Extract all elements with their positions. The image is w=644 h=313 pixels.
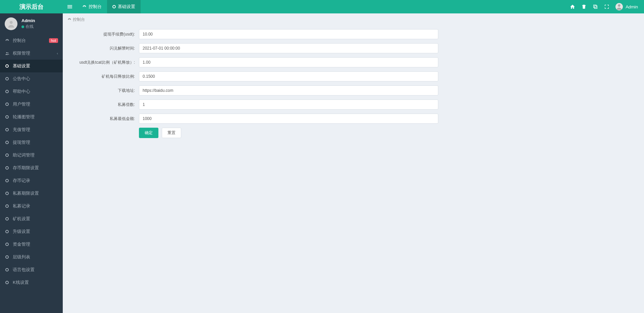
sidebar-item-label: 资金管理: [13, 241, 30, 247]
sidebar-item-label: 充值管理: [13, 127, 30, 133]
sidebar-item-levels[interactable]: 层级列表: [0, 251, 63, 263]
trash-icon[interactable]: [581, 4, 587, 9]
bars-icon: [67, 4, 72, 9]
form-row-withdraw-fee: 提现手续费(usdt):: [67, 29, 639, 39]
sidebar-item-basic-settings[interactable]: 基础设置: [0, 60, 63, 72]
circle-icon: [5, 153, 9, 157]
sidebar-item-private-term[interactable]: 私募期限设置: [0, 187, 63, 200]
top-left-group: 控制台 基础设置: [63, 0, 141, 13]
form-label: 下载地址:: [67, 88, 139, 93]
withdraw-fee-input[interactable]: [139, 29, 438, 39]
sidebar-item-mnemonic[interactable]: 助记词管理: [0, 149, 63, 162]
form-row-download-url: 下载地址:: [67, 85, 639, 96]
reset-button[interactable]: 重置: [162, 128, 181, 138]
svg-rect-3: [594, 6, 597, 8]
sidebar-item-label: 用户管理: [13, 101, 30, 107]
unlock-time-input[interactable]: [139, 43, 438, 53]
user-status: 在线: [21, 24, 35, 29]
logo: 演示后台: [0, 0, 63, 13]
sidebar-item-withdraw[interactable]: 提现管理: [0, 136, 63, 149]
avatar-icon: [615, 3, 623, 10]
avatar-icon: [5, 17, 17, 30]
user-name: Admin: [21, 18, 35, 23]
form-row-release-rate: 矿机每日释放比例:: [67, 71, 639, 81]
hot-badge: hot: [49, 38, 58, 43]
sidebar-item-help[interactable]: 帮助中心: [0, 85, 63, 98]
circle-icon: [112, 4, 116, 9]
form-label: 闪兑解禁时间:: [67, 46, 139, 51]
download-url-input[interactable]: [139, 85, 438, 96]
form-row-private-multiple: 私募倍数:: [67, 100, 639, 110]
sidebar-item-label: 帮助中心: [13, 88, 30, 95]
button-row: 确定 重置: [139, 128, 639, 138]
sidebar-item-label: K线设置: [13, 279, 29, 286]
sidebar-item-label: 公告中心: [13, 76, 30, 82]
sidebar-item-kline[interactable]: K线设置: [0, 276, 63, 289]
topbar: 演示后台 控制台 基础设置: [0, 0, 644, 13]
sidebar-item-recharge[interactable]: 充值管理: [0, 123, 63, 136]
sidebar-item-label: 助记词管理: [13, 152, 35, 158]
form-label: 私募倍数:: [67, 102, 139, 108]
private-multiple-input[interactable]: [139, 100, 438, 110]
circle-icon: [5, 230, 9, 233]
circle-icon: [5, 179, 9, 182]
exchange-rate-input[interactable]: [139, 57, 438, 67]
sidebar-item-permissions[interactable]: 权限管理 ‹: [0, 47, 63, 60]
circle-icon: [5, 77, 9, 80]
form-label: 提现手续费(usdt):: [67, 32, 139, 37]
main-content: 控制台 提现手续费(usdt): 闪兑解禁时间: usdt兑换tcat比例（矿机…: [63, 13, 644, 313]
home-icon[interactable]: [570, 4, 575, 9]
sidebar-item-label: 权限管理: [13, 50, 30, 56]
form-label: 矿机每日释放比例:: [67, 74, 139, 79]
sidebar-item-upgrade[interactable]: 升级设置: [0, 225, 63, 238]
sidebar-item-users[interactable]: 用户管理: [0, 98, 63, 111]
sidebar-item-dashboard[interactable]: 控制台 hot: [0, 34, 63, 47]
chevron-left-icon: ‹: [57, 51, 58, 55]
top-user[interactable]: Admin: [615, 3, 638, 10]
circle-icon: [5, 217, 9, 221]
breadcrumb-text: 控制台: [73, 17, 85, 22]
tab-label: 控制台: [89, 4, 102, 10]
tab-basic-settings[interactable]: 基础设置: [107, 0, 141, 13]
sidebar-item-label: 提现管理: [13, 139, 30, 145]
settings-form: 提现手续费(usdt): 闪兑解禁时间: usdt兑换tcat比例（矿机释放）:…: [63, 26, 644, 148]
sidebar-item-funds[interactable]: 资金管理: [0, 238, 63, 251]
sidebar-item-label: 矿机设置: [13, 216, 30, 222]
release-rate-input[interactable]: [139, 71, 438, 81]
status-dot-icon: [21, 25, 24, 28]
fullscreen-icon[interactable]: [604, 4, 609, 9]
users-icon: [5, 51, 9, 56]
dashboard-icon: [5, 39, 9, 43]
tab-label: 基础设置: [118, 4, 135, 10]
form-row-exchange-rate: usdt兑换tcat比例（矿机释放）:: [67, 57, 639, 67]
sidebar-item-announcements[interactable]: 公告中心: [0, 72, 63, 85]
submit-button[interactable]: 确定: [139, 128, 158, 138]
copy-icon[interactable]: [593, 4, 598, 9]
sidebar-item-label: 语言包设置: [13, 267, 35, 273]
form-label: 私募最低金额:: [67, 116, 139, 122]
sidebar-item-language[interactable]: 语言包设置: [0, 263, 63, 276]
svg-point-7: [6, 52, 7, 53]
sidebar-item-deposit-term[interactable]: 存币期限设置: [0, 162, 63, 174]
svg-rect-2: [67, 8, 72, 8]
sidebar-item-label: 私募记录: [13, 203, 30, 209]
sidebar-item-label: 私募期限设置: [13, 190, 39, 196]
sidebar-item-label: 轮播图管理: [13, 114, 35, 120]
sidebar-item-label: 基础设置: [13, 63, 30, 69]
sidebar-item-private-record[interactable]: 私募记录: [0, 200, 63, 212]
dashboard-icon: [82, 5, 87, 9]
circle-icon: [5, 255, 9, 259]
circle-icon: [5, 128, 9, 131]
sidebar-item-carousel[interactable]: 轮播图管理: [0, 111, 63, 123]
sidebar-item-miner[interactable]: 矿机设置: [0, 212, 63, 225]
tab-dashboard[interactable]: 控制台: [77, 0, 107, 13]
menu-toggle[interactable]: [63, 0, 77, 13]
user-panel: Admin 在线: [0, 13, 63, 34]
form-row-unlock-time: 闪兑解禁时间:: [67, 43, 639, 53]
circle-icon: [5, 204, 9, 208]
circle-icon: [5, 64, 9, 68]
private-min-input[interactable]: [139, 114, 438, 124]
sidebar-item-deposit-record[interactable]: 存币记录: [0, 174, 63, 187]
sidebar-item-label: 控制台: [13, 38, 26, 44]
circle-icon: [5, 192, 9, 195]
